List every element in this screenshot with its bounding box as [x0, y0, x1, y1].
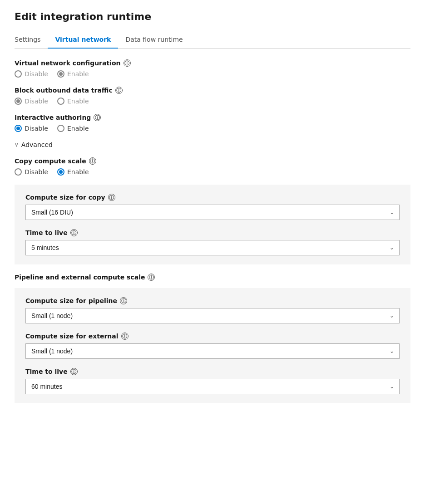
copy-compute-scale-radio-group: Disable Enable	[15, 168, 410, 176]
compute-size-pipeline-info-icon[interactable]: ⓘ	[120, 297, 127, 304]
time-to-live-pipeline-info-icon[interactable]: ⓘ	[70, 368, 78, 375]
copy-compute-disable-label: Disable	[25, 168, 48, 176]
tab-settings[interactable]: Settings	[15, 31, 48, 49]
interactive-authoring-disable-radio[interactable]	[15, 125, 22, 132]
interactive-authoring-info-icon[interactable]: ⓘ	[94, 114, 101, 121]
page-title: Edit integration runtime	[15, 11, 410, 22]
compute-size-copy-select[interactable]: Small (16 DIU)	[25, 205, 400, 220]
interactive-authoring-disable-label: Disable	[25, 125, 48, 132]
virtual-network-config-section: Virtual network configuration ⓘ Disable …	[15, 59, 410, 78]
tab-virtual-network[interactable]: Virtual network	[48, 31, 118, 49]
compute-size-external-dropdown-wrapper: Small (1 node) ⌄	[25, 343, 400, 359]
block-outbound-disable-radio[interactable]	[15, 98, 22, 105]
interactive-authoring-label: Interactive authoring ⓘ	[15, 114, 410, 121]
copy-compute-enable-label: Enable	[67, 168, 89, 176]
copy-compute-scale-label: Copy compute scale ⓘ	[15, 157, 410, 165]
time-to-live-copy-select[interactable]: 5 minutes	[25, 240, 400, 255]
block-outbound-disable-label: Disable	[25, 98, 48, 105]
advanced-chevron-icon: ∨	[15, 142, 19, 148]
compute-size-copy-info-icon[interactable]: ⓘ	[108, 194, 115, 201]
virtual-network-disable-radio[interactable]	[15, 70, 22, 78]
time-to-live-copy-label: Time to live ⓘ	[25, 229, 400, 236]
copy-compute-enable-radio[interactable]	[57, 168, 64, 176]
interactive-authoring-enable-label: Enable	[67, 125, 89, 132]
interactive-authoring-disable-option[interactable]: Disable	[15, 125, 48, 132]
compute-size-external-label: Compute size for external ⓘ	[25, 333, 400, 340]
advanced-toggle[interactable]: ∨ Advanced	[15, 141, 410, 148]
compute-size-copy-dropdown-wrapper: Small (16 DIU) ⌄	[25, 205, 400, 220]
interactive-authoring-section: Interactive authoring ⓘ Disable Enable	[15, 114, 410, 132]
compute-size-pipeline-select[interactable]: Small (1 node)	[25, 308, 400, 323]
virtual-network-config-info-icon[interactable]: ⓘ	[124, 59, 131, 67]
tab-data-flow-runtime[interactable]: Data flow runtime	[118, 31, 190, 49]
time-to-live-pipeline-select[interactable]: 60 minutes	[25, 379, 400, 394]
block-outbound-enable-label: Enable	[67, 98, 89, 105]
block-outbound-enable-radio[interactable]	[57, 98, 64, 105]
compute-size-pipeline-dropdown-wrapper: Small (1 node) ⌄	[25, 308, 400, 323]
copy-compute-scale-section: Copy compute scale ⓘ Disable Enable Comp…	[15, 157, 410, 264]
interactive-authoring-enable-option[interactable]: Enable	[57, 125, 89, 132]
block-outbound-section: Block outbound data traffic ⓘ Disable En…	[15, 87, 410, 105]
copy-compute-disable-radio[interactable]	[15, 168, 22, 176]
copy-compute-scale-info-icon[interactable]: ⓘ	[89, 157, 96, 165]
pipeline-external-info-icon[interactable]: ⓘ	[148, 274, 155, 281]
interactive-authoring-radio-group: Disable Enable	[15, 125, 410, 132]
virtual-network-enable-option[interactable]: Enable	[57, 70, 89, 78]
compute-size-external-info-icon[interactable]: ⓘ	[121, 333, 128, 340]
time-to-live-pipeline-dropdown-wrapper: 60 minutes ⌄	[25, 379, 400, 394]
virtual-network-config-label: Virtual network configuration ⓘ	[15, 59, 410, 67]
compute-size-copy-label: Compute size for copy ⓘ	[25, 194, 400, 201]
copy-compute-disable-option[interactable]: Disable	[15, 168, 48, 176]
virtual-network-disable-option[interactable]: Disable	[15, 70, 48, 78]
block-outbound-enable-option[interactable]: Enable	[57, 98, 89, 105]
virtual-network-enable-radio[interactable]	[57, 70, 64, 78]
virtual-network-enable-label: Enable	[67, 70, 89, 78]
block-outbound-label: Block outbound data traffic ⓘ	[15, 87, 410, 94]
virtual-network-disable-label: Disable	[25, 70, 48, 78]
time-to-live-copy-info-icon[interactable]: ⓘ	[70, 229, 78, 236]
time-to-live-copy-dropdown-wrapper: 5 minutes ⌄	[25, 240, 400, 255]
pipeline-external-label: Pipeline and external compute scale ⓘ	[15, 274, 410, 281]
virtual-network-config-radio-group: Disable Enable	[15, 70, 410, 78]
block-outbound-disable-option[interactable]: Disable	[15, 98, 48, 105]
compute-size-external-select[interactable]: Small (1 node)	[25, 343, 400, 359]
copy-compute-gray-box: Compute size for copy ⓘ Small (16 DIU) ⌄…	[15, 185, 410, 264]
block-outbound-info-icon[interactable]: ⓘ	[115, 87, 123, 94]
advanced-toggle-label: Advanced	[21, 141, 53, 148]
pipeline-external-gray-box: Compute size for pipeline ⓘ Small (1 nod…	[15, 288, 410, 403]
tabs-bar: Settings Virtual network Data flow runti…	[15, 31, 410, 49]
copy-compute-enable-option[interactable]: Enable	[57, 168, 89, 176]
interactive-authoring-enable-radio[interactable]	[57, 125, 64, 132]
time-to-live-pipeline-label: Time to live ⓘ	[25, 368, 400, 375]
compute-size-pipeline-label: Compute size for pipeline ⓘ	[25, 297, 400, 304]
pipeline-external-section: Pipeline and external compute scale ⓘ Co…	[15, 274, 410, 403]
block-outbound-radio-group: Disable Enable	[15, 98, 410, 105]
